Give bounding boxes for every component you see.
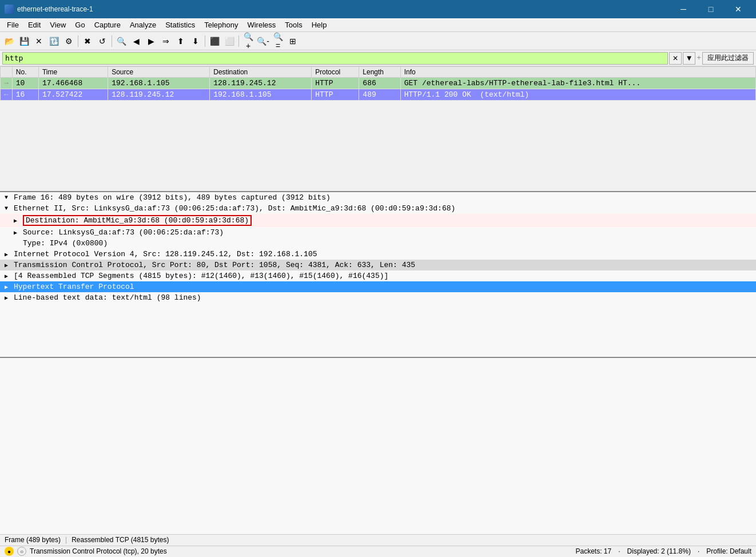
detail-row-ethernet[interactable]: ▼ Ethernet II, Src: LinksysG_da:af:73 (0… — [0, 203, 756, 214]
detail-row-tcp[interactable]: ▶ Transmission Control Protocol, Src Por… — [0, 260, 756, 270]
detail-row-ip[interactable]: ▶ Internet Protocol Version 4, Src: 128.… — [0, 249, 756, 260]
menu-go[interactable]: Go — [70, 19, 89, 30]
table-row[interactable]: ← 16 17.527422 128.119.245.12 192.168.1.… — [1, 89, 756, 101]
toolbar-separator-4 — [238, 35, 239, 47]
tb-save[interactable]: 💾 — [17, 34, 31, 48]
maximize-button[interactable]: □ — [698, 0, 724, 18]
menu-analyze[interactable]: Analyze — [125, 19, 161, 30]
tb-reload2[interactable]: ↺ — [96, 34, 109, 48]
menu-edit[interactable]: Edit — [23, 19, 45, 30]
detail-row-reassembled[interactable]: ▶ [4 Reassembled TCP Segments (4815 byte… — [0, 270, 756, 281]
tb-zoom-out[interactable]: 🔍- — [256, 34, 270, 48]
menu-capture[interactable]: Capture — [90, 19, 125, 30]
row-destination: 128.119.245.12 — [210, 78, 312, 89]
row-info: HTTP/1.1 200 OK (text/html) — [400, 89, 755, 101]
menu-tools[interactable]: Tools — [280, 19, 307, 30]
tb-resize-columns[interactable]: ⊞ — [286, 34, 300, 48]
status-dot: · — [618, 547, 620, 555]
chevron-icon: ▶ — [5, 284, 11, 291]
status-top: Frame (489 bytes) | Reassembled TCP (481… — [0, 535, 756, 546]
detail-row-type[interactable]: Type: IPv4 (0x0800) — [0, 238, 756, 249]
tb-close[interactable]: ✕ — [32, 34, 46, 48]
col-header-length[interactable]: Length — [359, 67, 400, 78]
tb-clear[interactable]: ✖ — [81, 34, 94, 48]
tb-colorize[interactable]: ⬛ — [208, 34, 221, 48]
tb-reload[interactable]: 🔃 — [47, 34, 61, 48]
status-displayed: Displayed: 2 (11.8%) — [627, 547, 691, 555]
row-arrow: ← — [1, 89, 13, 101]
tb-zoom-in[interactable]: 🔍+ — [241, 34, 255, 48]
packet-list-pane: No. Time Source Destination Protocol Len… — [0, 66, 756, 192]
app-icon — [5, 5, 14, 14]
detail-row-frame[interactable]: ▼ Frame 16: 489 bytes on wire (3912 bits… — [0, 192, 756, 203]
row-no: 16 — [12, 89, 38, 101]
tb-open[interactable]: 📂 — [2, 34, 16, 48]
row-destination: 192.168.1.105 — [210, 89, 312, 101]
chevron-icon: ▶ — [5, 251, 11, 258]
row-info: GET /ethereal-labs/HTTP-ethereal-lab-fil… — [400, 78, 755, 89]
tb-goto[interactable]: ⇒ — [159, 34, 173, 48]
row-length: 686 — [359, 78, 400, 89]
filter-clear-button[interactable]: ✕ — [669, 52, 682, 65]
close-button[interactable]: ✕ — [725, 0, 751, 18]
status-right: Packets: 17 · Displayed: 2 (11.8%) · Pro… — [576, 547, 751, 555]
tb-find[interactable]: 🔍 — [114, 34, 128, 48]
row-length: 489 — [359, 89, 400, 101]
status-icon-2: ○ — [17, 547, 26, 556]
row-no: 10 — [12, 78, 38, 89]
col-header-no[interactable]: No. — [12, 67, 38, 78]
status-bar: Frame (489 bytes) | Reassembled TCP (481… — [0, 534, 756, 557]
col-header-time[interactable]: Time — [38, 67, 108, 78]
menu-telephony[interactable]: Telephony — [200, 19, 242, 30]
minimize-button[interactable]: ─ — [670, 0, 697, 18]
tb-first[interactable]: ⬆ — [174, 34, 188, 48]
chevron-icon: ▼ — [5, 194, 11, 201]
status-frame-bytes: Frame (489 bytes) — [5, 536, 61, 544]
tb-prev[interactable]: ◀ — [129, 34, 143, 48]
menu-help[interactable]: Help — [307, 19, 332, 30]
detail-text: Source: LinksysG_da:af:73 (00:06:25:da:a… — [23, 228, 224, 237]
table-row[interactable]: → 10 17.466468 192.168.1.105 128.119.245… — [1, 78, 756, 89]
detail-row-source[interactable]: ▶ Source: LinksysG_da:af:73 (00:06:25:da… — [0, 227, 756, 238]
hex-pane — [0, 358, 756, 534]
detail-text: Ethernet II, Src: LinksysG_da:af:73 (00:… — [14, 204, 455, 213]
status-reassembled: Reassembled TCP (4815 bytes) — [71, 536, 169, 544]
toolbar-separator-1 — [78, 35, 78, 47]
row-arrow: → — [1, 78, 13, 89]
chevron-icon: ▼ — [5, 205, 11, 212]
tb-next[interactable]: ▶ — [144, 34, 158, 48]
menu-bar: File Edit View Go Capture Analyze Statis… — [0, 18, 756, 32]
status-protocol-text: Transmission Control Protocol (tcp), 20 … — [30, 547, 167, 555]
col-header-source[interactable]: Source — [108, 67, 210, 78]
col-header-destination[interactable]: Destination — [210, 67, 312, 78]
menu-view[interactable]: View — [45, 19, 70, 30]
packet-detail-pane: ▼ Frame 16: 489 bytes on wire (3912 bits… — [0, 192, 756, 358]
row-protocol: HTTP — [312, 78, 359, 89]
filter-apply-button[interactable]: 应用此过滤器 — [702, 52, 754, 65]
filter-dropdown-button[interactable]: ▼ — [683, 52, 695, 65]
col-header-arrow — [1, 67, 13, 78]
col-header-protocol[interactable]: Protocol — [312, 67, 359, 78]
menu-file[interactable]: File — [2, 19, 23, 30]
status-divider-1: | — [65, 536, 67, 544]
detail-row-destination[interactable]: ▶ Destination: AmbitMic_a9:3d:68 (00:d0:… — [0, 214, 756, 227]
filter-input[interactable] — [2, 52, 668, 65]
title-bar: ethernet-ethereal-trace-1 ─ □ ✕ — [0, 0, 756, 18]
status-packets: Packets: 17 — [576, 547, 612, 555]
col-header-info[interactable]: Info — [400, 67, 755, 78]
toolbar-separator-2 — [112, 35, 112, 47]
tb-last[interactable]: ⬇ — [189, 34, 202, 48]
row-source: 128.119.245.12 — [108, 89, 210, 101]
row-time: 17.527422 — [38, 89, 108, 101]
tb-zoom-reset[interactable]: 🔍= — [271, 34, 285, 48]
menu-statistics[interactable]: Statistics — [161, 19, 200, 30]
status-icon: ● — [5, 547, 14, 556]
detail-row-line-based[interactable]: ▶ Line-based text data: text/html (98 li… — [0, 292, 756, 303]
tb-capture-options[interactable]: ⚙ — [62, 34, 75, 48]
chevron-icon: ▶ — [5, 262, 11, 269]
detail-text: Hypertext Transfer Protocol — [14, 283, 134, 291]
row-protocol: HTTP — [312, 89, 359, 101]
tb-auto-scroll[interactable]: ⬜ — [222, 34, 236, 48]
detail-row-http[interactable]: ▶ Hypertext Transfer Protocol — [0, 281, 756, 292]
menu-wireless[interactable]: Wireless — [242, 19, 280, 30]
